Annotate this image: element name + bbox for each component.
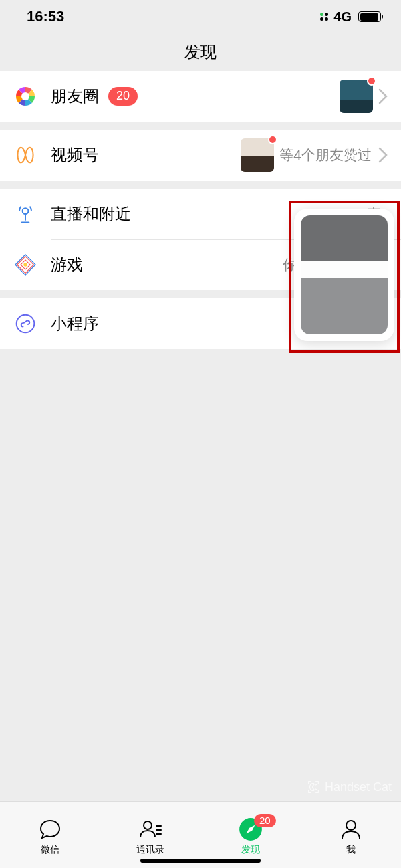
tab-discover[interactable]: 20 发现: [200, 802, 301, 856]
tab-chat-label: 微信: [41, 844, 59, 856]
chevron-right-icon: [378, 147, 388, 163]
status-right: 4G: [320, 9, 381, 25]
channels-label: 视频号: [51, 144, 99, 166]
row-channels[interactable]: 视频号 等4个朋友赞过: [0, 130, 401, 181]
live-nearby-icon: [13, 202, 37, 226]
floating-video-content: [301, 215, 388, 334]
svg-point-0: [21, 92, 29, 100]
section-moments: 朋友圈 20: [0, 71, 401, 122]
battery-icon: [358, 11, 381, 22]
channels-subtext: 等4个朋友赞过: [279, 146, 372, 165]
moments-badge: 20: [108, 87, 138, 105]
contacts-icon: [138, 817, 163, 842]
page-title: 发现: [184, 41, 217, 63]
tab-chat[interactable]: 微信: [0, 802, 100, 856]
row-moments[interactable]: 朋友圈 20: [0, 71, 401, 122]
moments-label: 朋友圈: [51, 86, 99, 107]
svg-point-1: [23, 208, 29, 214]
tab-me-label: 我: [346, 844, 356, 856]
section-channels: 视频号 等4个朋友赞过: [0, 130, 401, 181]
tab-discover-badge: 20: [254, 814, 276, 827]
channels-icon: [13, 143, 37, 167]
moments-thumb: [340, 80, 373, 113]
moments-icon: [13, 84, 37, 108]
svg-point-5: [23, 263, 27, 266]
tab-contacts-label: 通讯录: [136, 844, 164, 856]
me-icon: [338, 817, 364, 842]
live-nearby-label: 直播和附近: [51, 203, 131, 225]
home-indicator[interactable]: [140, 859, 261, 863]
cell-label: 4G: [333, 9, 352, 25]
watermark-icon: [306, 780, 321, 794]
svg-point-7: [144, 821, 152, 829]
signal-icon: [320, 13, 328, 21]
red-dot-icon: [268, 135, 277, 144]
chat-icon: [37, 817, 63, 842]
status-bar: 16:53 4G: [0, 0, 401, 33]
page-header: 发现: [0, 33, 401, 71]
watermark-text: Handset Cat: [325, 780, 392, 794]
miniprogram-icon: [13, 312, 37, 336]
channels-thumb: [241, 138, 274, 172]
svg-point-12: [346, 821, 356, 830]
tab-contacts[interactable]: 通讯录: [100, 802, 200, 856]
games-icon: [13, 253, 37, 277]
tab-bar: 微信 通讯录 20 发现 我: [0, 801, 401, 868]
watermark: Handset Cat: [306, 780, 392, 794]
tab-discover-label: 发现: [241, 844, 260, 856]
discover-icon: 20: [238, 817, 263, 842]
svg-point-6: [17, 315, 35, 333]
floating-video-window[interactable]: [294, 209, 394, 341]
red-dot-icon: [367, 76, 376, 86]
tab-me[interactable]: 我: [301, 802, 401, 856]
games-label: 游戏: [51, 254, 83, 276]
status-time: 16:53: [27, 8, 64, 25]
chevron-right-icon: [378, 88, 388, 104]
miniprogram-label: 小程序: [51, 313, 99, 334]
